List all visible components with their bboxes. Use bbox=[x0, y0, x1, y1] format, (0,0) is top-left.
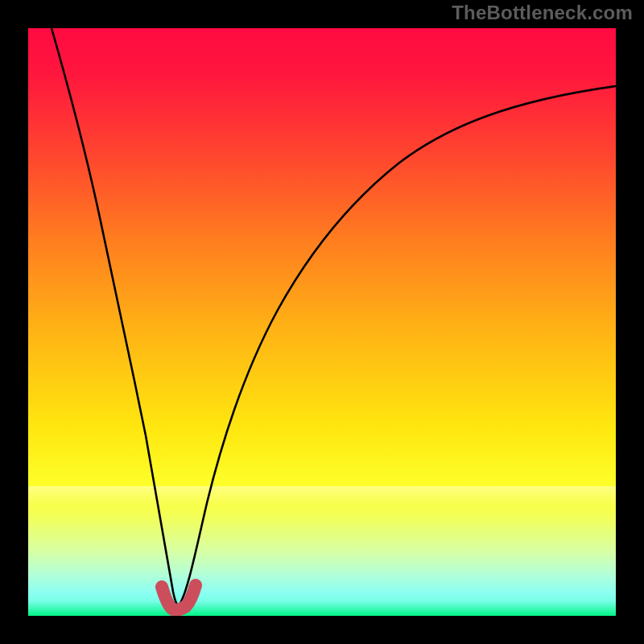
watermark-label: TheBottleneck.com bbox=[452, 2, 633, 24]
trough-marker bbox=[162, 585, 196, 610]
bottleneck-curve bbox=[28, 28, 616, 616]
chart-frame: TheBottleneck.com bbox=[0, 0, 644, 644]
plot-area bbox=[28, 28, 616, 616]
curve-path bbox=[52, 28, 616, 605]
